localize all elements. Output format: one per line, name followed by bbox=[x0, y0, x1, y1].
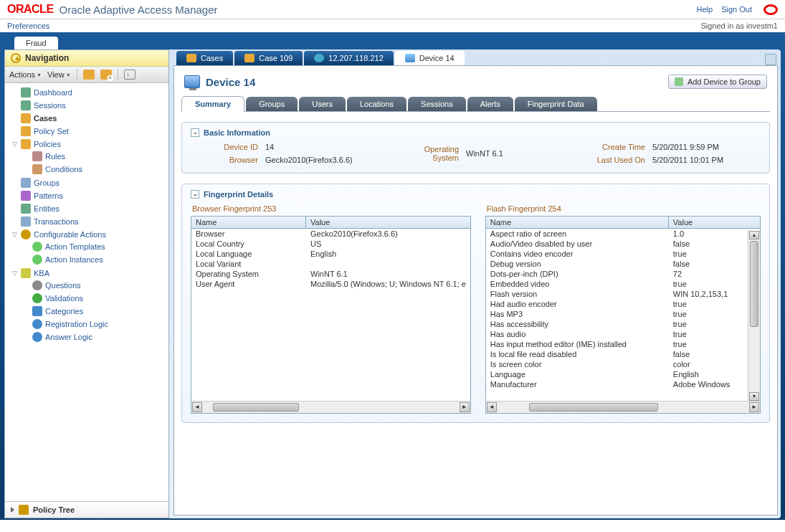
cell-name: Dots-per-inch (DPI) bbox=[486, 269, 669, 279]
scroll-right-icon[interactable]: ► bbox=[460, 402, 470, 412]
questions-icon bbox=[32, 280, 42, 290]
tree-configurable-actions[interactable]: ▽Configurable Actions bbox=[8, 229, 168, 240]
cell-name: Local Variant bbox=[191, 259, 306, 269]
subtab-fingerprint-data[interactable]: Fingerprint Data bbox=[515, 97, 597, 111]
cell-value: English bbox=[669, 369, 748, 379]
tree-conditions[interactable]: Conditions bbox=[19, 163, 168, 175]
view-menu[interactable]: View▼ bbox=[47, 70, 71, 79]
scroll-thumb[interactable] bbox=[529, 403, 658, 412]
table-row: Local Variant bbox=[191, 259, 470, 269]
tree-action-templates[interactable]: Action Templates bbox=[19, 241, 168, 252]
tree-patterns[interactable]: Patterns bbox=[8, 190, 168, 201]
scroll-down-icon[interactable]: ▼ bbox=[749, 392, 759, 401]
tree-cases[interactable]: Cases bbox=[8, 113, 168, 124]
cell-name: Operating System bbox=[191, 269, 306, 279]
plus-icon bbox=[675, 77, 683, 86]
help-link[interactable]: Help bbox=[697, 5, 713, 14]
add-device-to-group-button[interactable]: Add Device to Group bbox=[668, 75, 767, 89]
vertical-scrollbar[interactable]: ▲ ▼ bbox=[748, 231, 760, 401]
tree-action-instances[interactable]: Action Instances bbox=[19, 254, 168, 265]
tab-cases[interactable]: Cases bbox=[176, 51, 233, 65]
download-icon[interactable] bbox=[124, 70, 135, 80]
subtab-sessions[interactable]: Sessions bbox=[408, 97, 466, 111]
subtab-summary[interactable]: Summary bbox=[181, 96, 244, 112]
subtab-alerts[interactable]: Alerts bbox=[467, 97, 513, 111]
browser-fp-rows: BrowserGecko2010(Firefox3.6.6)Local Coun… bbox=[191, 229, 470, 401]
tree-categories[interactable]: Categories bbox=[19, 305, 168, 317]
last-used-label: Last Used On bbox=[581, 156, 645, 164]
tree-sessions[interactable]: Sessions bbox=[8, 100, 168, 111]
sign-out-link[interactable]: Sign Out bbox=[721, 5, 752, 14]
cell-value: true bbox=[669, 249, 748, 259]
table-row: Embedded videotrue bbox=[486, 279, 748, 289]
actions-menu[interactable]: Actions▼ bbox=[9, 70, 42, 79]
cell-name: Local Language bbox=[191, 249, 306, 259]
subtab-locations[interactable]: Locations bbox=[347, 97, 406, 111]
basic-info-panel: ⌄ Basic Information Device ID 14 Operati… bbox=[181, 122, 770, 174]
fingerprint-panel: ⌄ Fingerprint Details Browser Fingerprin… bbox=[181, 184, 770, 423]
subtabs: Summary Groups Users Locations Sessions … bbox=[181, 96, 770, 112]
tree-validations[interactable]: Validations bbox=[19, 293, 168, 304]
col-value: Value bbox=[669, 217, 760, 228]
table-row: Local LanguageEnglish bbox=[191, 249, 470, 259]
table-row: Audio/Video disabled by userfalse bbox=[486, 239, 748, 249]
browser-label: Browser bbox=[201, 156, 258, 164]
cell-value: US bbox=[306, 239, 470, 249]
policy-tree-toggle[interactable]: Policy Tree bbox=[5, 501, 168, 518]
horizontal-scrollbar[interactable]: ◄ ► bbox=[191, 401, 470, 413]
scroll-thumb[interactable] bbox=[750, 241, 758, 327]
globe-icon bbox=[314, 54, 324, 62]
cell-name: Manufacturer bbox=[486, 379, 669, 389]
tree-rules[interactable]: Rules bbox=[19, 151, 168, 162]
navigation-sidebar: Navigation Actions▼ View▼ Dashboard Sess… bbox=[4, 49, 169, 518]
dashboard-icon bbox=[21, 87, 31, 98]
table-row: Contains video encodertrue bbox=[486, 249, 748, 259]
tree-entities[interactable]: Entities bbox=[8, 203, 168, 214]
scroll-left-icon[interactable]: ◄ bbox=[487, 402, 497, 412]
action-templates-icon bbox=[32, 242, 42, 252]
cell-value: 1.0 bbox=[669, 229, 748, 239]
transactions-icon bbox=[21, 217, 31, 227]
tab-ip[interactable]: 12.207.118.212 bbox=[304, 51, 393, 65]
collapse-icon[interactable]: ⌄ bbox=[191, 190, 199, 199]
horizontal-scrollbar[interactable]: ◄ ► bbox=[486, 401, 760, 413]
tree-transactions[interactable]: Transactions bbox=[8, 216, 168, 227]
cell-value: WinNT 6.1 bbox=[306, 269, 470, 279]
folder-icon bbox=[244, 54, 254, 62]
rules-icon bbox=[32, 151, 42, 161]
tree-registration-logic[interactable]: Registration Logic bbox=[19, 318, 168, 330]
collapse-icon[interactable]: ⌄ bbox=[191, 128, 199, 137]
last-used-value: 5/20/2011 10:01 PM bbox=[652, 156, 760, 164]
tree-policies[interactable]: ▽Policies bbox=[8, 138, 168, 150]
cell-value: true bbox=[669, 339, 748, 349]
validations-icon bbox=[32, 293, 42, 303]
tab-case-109[interactable]: Case 109 bbox=[234, 51, 303, 65]
scroll-up-icon[interactable]: ▲ bbox=[749, 231, 759, 239]
tree-policy-set[interactable]: Policy Set bbox=[8, 125, 168, 137]
tab-fraud[interactable]: Fraud bbox=[14, 37, 58, 49]
new-folder-icon[interactable] bbox=[100, 70, 112, 80]
scroll-right-icon[interactable]: ► bbox=[749, 402, 759, 412]
preferences-link[interactable]: Preferences bbox=[7, 22, 49, 30]
scroll-left-icon[interactable]: ◄ bbox=[192, 402, 202, 412]
subtab-users[interactable]: Users bbox=[299, 97, 346, 111]
table-row: Has accessibilitytrue bbox=[486, 319, 748, 329]
policies-icon bbox=[21, 139, 31, 149]
open-folder-icon[interactable] bbox=[83, 70, 95, 80]
scroll-thumb[interactable] bbox=[213, 403, 299, 412]
tree-groups[interactable]: Groups bbox=[8, 177, 168, 189]
cell-value: true bbox=[669, 329, 748, 339]
groups-icon bbox=[21, 178, 31, 188]
subtab-groups[interactable]: Groups bbox=[246, 97, 298, 111]
cell-name: User Agent bbox=[191, 279, 306, 289]
tab-device-14[interactable]: Device 14 bbox=[395, 51, 465, 65]
tree-kba[interactable]: ▽KBA bbox=[8, 267, 168, 279]
flash-fp-rows: Aspect ratio of screen1.0Audio/Video dis… bbox=[486, 229, 760, 401]
navigation-header: Navigation bbox=[5, 50, 168, 67]
entities-icon bbox=[21, 204, 31, 214]
tree-answer-logic[interactable]: Answer Logic bbox=[19, 331, 168, 343]
tree-dashboard[interactable]: Dashboard bbox=[8, 87, 168, 98]
tree-questions[interactable]: Questions bbox=[19, 280, 168, 291]
table-row: Dots-per-inch (DPI)72 bbox=[486, 269, 748, 279]
tab-list-icon[interactable] bbox=[765, 54, 776, 65]
